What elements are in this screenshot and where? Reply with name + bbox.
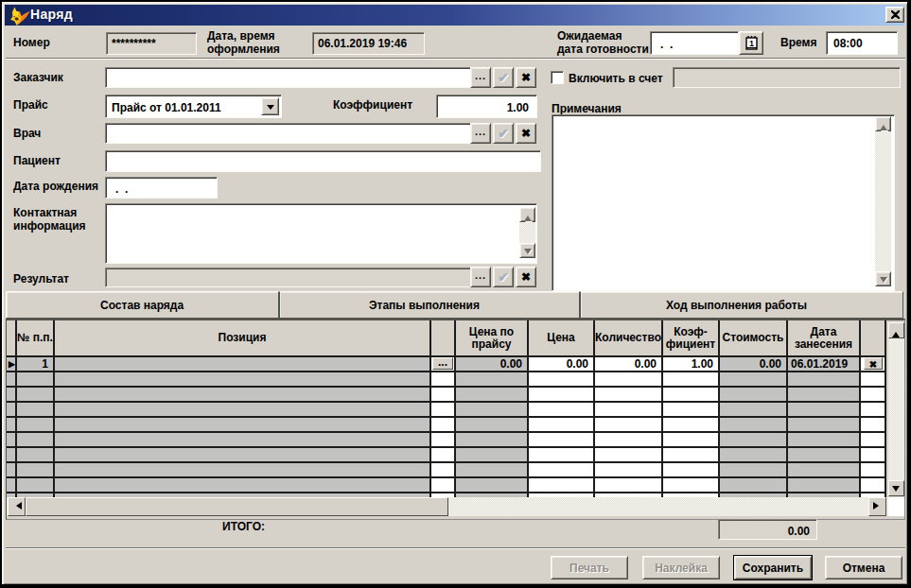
svg-text:1: 1 xyxy=(748,39,753,48)
